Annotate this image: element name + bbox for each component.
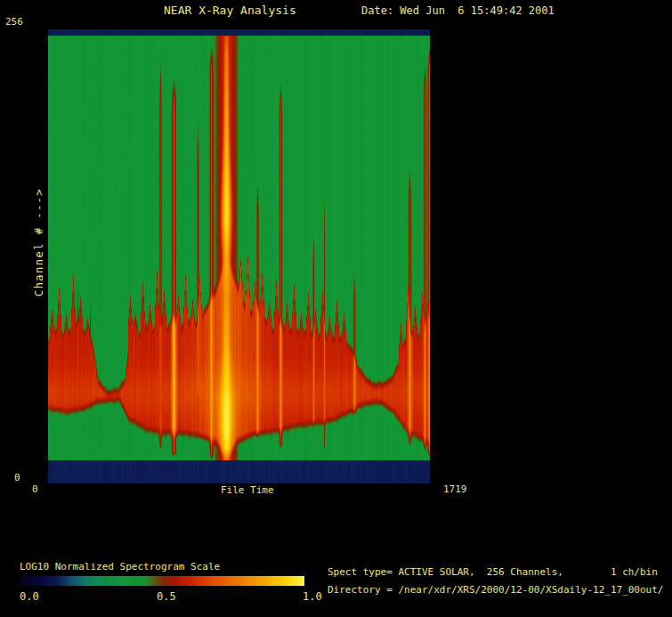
xray-analysis-window: NEAR X-Ray Analysis Date: Wed Jun 6 15:4… [0, 0, 672, 617]
date-label: Date: Wed Jun 6 15:49:42 2001 [361, 5, 555, 16]
colorbar-tick-max: 1.0 [303, 591, 322, 602]
y-axis-title: Channel # ---> [34, 188, 45, 296]
y-axis-min-label: 0 [14, 473, 20, 483]
spectrogram-canvas [48, 29, 430, 483]
colorbar-gradient [20, 576, 304, 586]
y-axis-max-label: 256 [5, 17, 23, 27]
colorbar-tick-min: 0.0 [20, 591, 39, 602]
directory-text: Directory = /near/xdr/XRS/2000/12-00/XSd… [328, 585, 664, 595]
colorbar-title: LOG10 Normalized Spectrogram Scale [20, 562, 220, 572]
spect-type-text: Spect type= ACTIVE SOLAR, 256 Channels, … [328, 567, 658, 577]
x-axis-min-label: 0 [32, 484, 38, 494]
x-axis-title: File Time [221, 485, 274, 495]
colorbar-tick-mid: 0.5 [157, 591, 176, 602]
page-title: NEAR X-Ray Analysis [164, 4, 296, 16]
x-axis-max-label: 1719 [443, 484, 467, 494]
